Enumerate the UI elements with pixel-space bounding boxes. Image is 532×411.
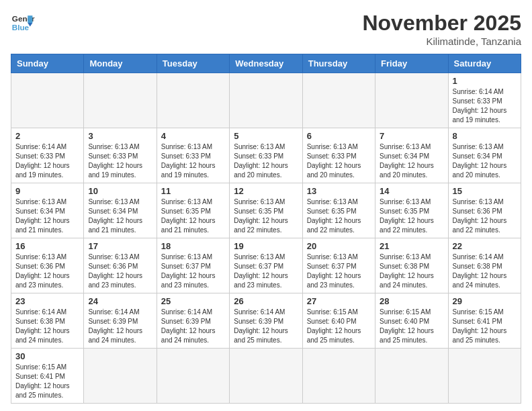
- calendar-header-row: SundayMondayTuesdayWednesdayThursdayFrid…: [11, 54, 521, 73]
- calendar-day-cell: 7Sunrise: 6:13 AM Sunset: 6:34 PM Daylig…: [375, 128, 448, 183]
- day-number: 13: [307, 186, 371, 196]
- svg-marker-2: [28, 15, 32, 23]
- calendar-day-cell: 4Sunrise: 6:13 AM Sunset: 6:33 PM Daylig…: [157, 128, 229, 183]
- day-number: 24: [88, 296, 152, 306]
- calendar-day-cell: 26Sunrise: 6:14 AM Sunset: 6:39 PM Dayli…: [230, 293, 302, 349]
- calendar-day-cell: 20Sunrise: 6:13 AM Sunset: 6:37 PM Dayli…: [302, 238, 375, 293]
- calendar-header-tuesday: Tuesday: [157, 54, 229, 73]
- day-number: 6: [307, 131, 371, 141]
- calendar-day-cell: 17Sunrise: 6:13 AM Sunset: 6:36 PM Dayli…: [84, 238, 157, 293]
- calendar-day-cell: 25Sunrise: 6:14 AM Sunset: 6:39 PM Dayli…: [157, 293, 229, 349]
- calendar-day-cell: [11, 73, 84, 128]
- day-info: Sunrise: 6:13 AM Sunset: 6:36 PM Dayligh…: [88, 253, 152, 290]
- day-number: 5: [234, 131, 298, 141]
- calendar-week-row: 2Sunrise: 6:14 AM Sunset: 6:33 PM Daylig…: [11, 128, 521, 183]
- calendar-week-row: 16Sunrise: 6:13 AM Sunset: 6:36 PM Dayli…: [11, 238, 521, 293]
- calendar-day-cell: [375, 349, 448, 404]
- calendar-week-row: 30Sunrise: 6:15 AM Sunset: 6:41 PM Dayli…: [11, 349, 521, 404]
- day-info: Sunrise: 6:14 AM Sunset: 6:38 PM Dayligh…: [453, 253, 517, 290]
- calendar-header-saturday: Saturday: [448, 54, 521, 73]
- day-number: 15: [453, 186, 517, 196]
- calendar-day-cell: 19Sunrise: 6:13 AM Sunset: 6:37 PM Dayli…: [230, 238, 302, 293]
- day-info: Sunrise: 6:13 AM Sunset: 6:34 PM Dayligh…: [88, 197, 152, 235]
- day-number: 17: [88, 241, 152, 251]
- day-info: Sunrise: 6:14 AM Sunset: 6:33 PM Dayligh…: [453, 87, 517, 125]
- day-number: 28: [380, 296, 443, 306]
- calendar-day-cell: [84, 349, 157, 404]
- day-info: Sunrise: 6:15 AM Sunset: 6:40 PM Dayligh…: [307, 308, 371, 345]
- day-info: Sunrise: 6:13 AM Sunset: 6:33 PM Dayligh…: [307, 142, 371, 180]
- day-info: Sunrise: 6:13 AM Sunset: 6:37 PM Dayligh…: [234, 253, 298, 290]
- calendar-day-cell: 13Sunrise: 6:13 AM Sunset: 6:35 PM Dayli…: [302, 183, 375, 238]
- calendar-day-cell: 30Sunrise: 6:15 AM Sunset: 6:41 PM Dayli…: [11, 349, 84, 404]
- title-area: November 2025 Kilimatinde, Tanzania: [362, 11, 521, 47]
- day-info: Sunrise: 6:13 AM Sunset: 6:35 PM Dayligh…: [234, 197, 298, 235]
- calendar-day-cell: 23Sunrise: 6:14 AM Sunset: 6:38 PM Dayli…: [11, 293, 84, 349]
- day-info: Sunrise: 6:13 AM Sunset: 6:33 PM Dayligh…: [234, 142, 298, 180]
- calendar-day-cell: 22Sunrise: 6:14 AM Sunset: 6:38 PM Dayli…: [448, 238, 521, 293]
- calendar-day-cell: 28Sunrise: 6:15 AM Sunset: 6:40 PM Dayli…: [375, 293, 448, 349]
- logo-icon: General Blue: [11, 11, 35, 35]
- day-info: Sunrise: 6:13 AM Sunset: 6:37 PM Dayligh…: [161, 253, 225, 290]
- day-number: 25: [161, 296, 225, 306]
- day-info: Sunrise: 6:15 AM Sunset: 6:41 PM Dayligh…: [15, 363, 79, 400]
- calendar-day-cell: [448, 349, 521, 404]
- calendar-day-cell: 2Sunrise: 6:14 AM Sunset: 6:33 PM Daylig…: [11, 128, 84, 183]
- calendar-day-cell: 10Sunrise: 6:13 AM Sunset: 6:34 PM Dayli…: [84, 183, 157, 238]
- calendar-header-sunday: Sunday: [11, 54, 84, 73]
- day-info: Sunrise: 6:13 AM Sunset: 6:35 PM Dayligh…: [380, 197, 443, 235]
- calendar-day-cell: 18Sunrise: 6:13 AM Sunset: 6:37 PM Dayli…: [157, 238, 229, 293]
- day-info: Sunrise: 6:14 AM Sunset: 6:39 PM Dayligh…: [234, 308, 298, 345]
- calendar-day-cell: [302, 73, 375, 128]
- logo: General Blue: [11, 11, 35, 35]
- calendar-day-cell: [230, 349, 302, 404]
- calendar-day-cell: 16Sunrise: 6:13 AM Sunset: 6:36 PM Dayli…: [11, 238, 84, 293]
- calendar-header-friday: Friday: [375, 54, 448, 73]
- day-number: 30: [15, 351, 79, 361]
- location-subtitle: Kilimatinde, Tanzania: [362, 36, 521, 47]
- day-info: Sunrise: 6:13 AM Sunset: 6:34 PM Dayligh…: [15, 197, 79, 235]
- day-info: Sunrise: 6:13 AM Sunset: 6:35 PM Dayligh…: [161, 197, 225, 235]
- calendar-day-cell: 21Sunrise: 6:13 AM Sunset: 6:38 PM Dayli…: [375, 238, 448, 293]
- day-info: Sunrise: 6:14 AM Sunset: 6:39 PM Dayligh…: [161, 308, 225, 345]
- calendar-day-cell: 15Sunrise: 6:13 AM Sunset: 6:36 PM Dayli…: [448, 183, 521, 238]
- day-number: 2: [15, 131, 79, 141]
- calendar-header-wednesday: Wednesday: [230, 54, 302, 73]
- day-info: Sunrise: 6:13 AM Sunset: 6:33 PM Dayligh…: [161, 142, 225, 180]
- calendar-week-row: 23Sunrise: 6:14 AM Sunset: 6:38 PM Dayli…: [11, 293, 521, 349]
- calendar-day-cell: [375, 73, 448, 128]
- day-info: Sunrise: 6:13 AM Sunset: 6:37 PM Dayligh…: [307, 253, 371, 290]
- calendar-day-cell: [157, 73, 229, 128]
- calendar-header-monday: Monday: [84, 54, 157, 73]
- day-info: Sunrise: 6:14 AM Sunset: 6:39 PM Dayligh…: [88, 308, 152, 345]
- day-info: Sunrise: 6:13 AM Sunset: 6:34 PM Dayligh…: [453, 142, 517, 180]
- day-number: 11: [161, 186, 225, 196]
- calendar-day-cell: 9Sunrise: 6:13 AM Sunset: 6:34 PM Daylig…: [11, 183, 84, 238]
- day-info: Sunrise: 6:13 AM Sunset: 6:35 PM Dayligh…: [307, 197, 371, 235]
- day-number: 9: [15, 186, 79, 196]
- day-number: 16: [15, 241, 79, 251]
- day-number: 19: [234, 241, 298, 251]
- day-number: 29: [453, 296, 517, 306]
- calendar-day-cell: [302, 349, 375, 404]
- day-number: 23: [15, 296, 79, 306]
- day-number: 10: [88, 186, 152, 196]
- calendar-day-cell: 24Sunrise: 6:14 AM Sunset: 6:39 PM Dayli…: [84, 293, 157, 349]
- calendar-day-cell: 27Sunrise: 6:15 AM Sunset: 6:40 PM Dayli…: [302, 293, 375, 349]
- day-number: 27: [307, 296, 371, 306]
- calendar-week-row: 1Sunrise: 6:14 AM Sunset: 6:33 PM Daylig…: [11, 73, 521, 128]
- day-info: Sunrise: 6:13 AM Sunset: 6:33 PM Dayligh…: [88, 142, 152, 180]
- day-number: 26: [234, 296, 298, 306]
- calendar-day-cell: 8Sunrise: 6:13 AM Sunset: 6:34 PM Daylig…: [448, 128, 521, 183]
- day-info: Sunrise: 6:15 AM Sunset: 6:40 PM Dayligh…: [380, 308, 443, 345]
- month-year-title: November 2025: [362, 11, 521, 36]
- calendar-header-thursday: Thursday: [302, 54, 375, 73]
- calendar-day-cell: 12Sunrise: 6:13 AM Sunset: 6:35 PM Dayli…: [230, 183, 302, 238]
- svg-text:Blue: Blue: [12, 23, 30, 32]
- calendar-day-cell: 5Sunrise: 6:13 AM Sunset: 6:33 PM Daylig…: [230, 128, 302, 183]
- day-number: 7: [380, 131, 443, 141]
- calendar-day-cell: [84, 73, 157, 128]
- calendar-day-cell: [230, 73, 302, 128]
- calendar-day-cell: 3Sunrise: 6:13 AM Sunset: 6:33 PM Daylig…: [84, 128, 157, 183]
- day-info: Sunrise: 6:13 AM Sunset: 6:38 PM Dayligh…: [380, 253, 443, 290]
